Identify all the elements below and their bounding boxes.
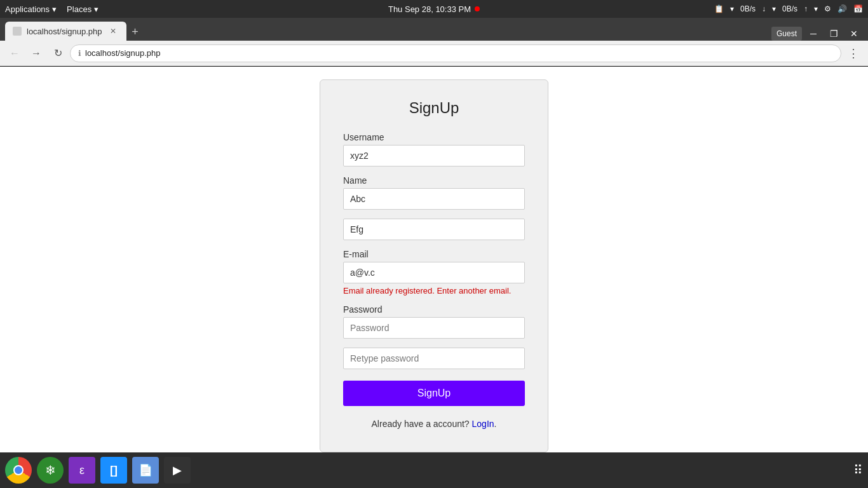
taskbar-files-icon[interactable]: 📄 [132,457,159,484]
browser-chrome: localhost/signup.php ✕ + Guest ─ ❐ ✕ ← →… [0,18,868,67]
settings-icon: ⚙ [824,4,831,13]
email-input[interactable] [343,262,525,283]
username-input[interactable] [343,145,525,166]
new-tab-button[interactable]: + [126,23,144,41]
address-text: localhost/signup.php [85,48,161,58]
net-up-chevron-icon: ▾ [814,4,818,13]
applications-label: Applications [5,4,50,14]
chevron-down-icon: ▾ [730,4,734,13]
window-controls: Guest ─ ❐ ✕ [771,27,863,41]
taskbar: ❄ ε [] 📄 ▶ ⠿ [0,452,868,488]
tab-title: localhost/signup.php [27,27,102,36]
notification-dot [475,6,480,11]
tab-bar: localhost/signup.php ✕ + Guest ─ ❐ ✕ [0,18,868,41]
app3-symbol: ε [79,464,85,477]
terminal-symbol: ▶ [173,463,182,477]
login-prompt: Already have a account? LogIn. [343,419,525,429]
applications-chevron-icon: ▾ [52,4,57,14]
app2-symbol: ❄ [45,463,56,478]
net-up-speed: 0B/s [782,4,797,13]
password-group: Password [343,304,525,339]
clipboard-icon: 📋 [714,4,724,13]
navigation-bar: ← → ↻ ℹ localhost/signup.php ⋮ [0,41,868,66]
chrome-inner-circle [13,465,24,475]
username-group: Username [343,132,525,166]
taskbar-app2-icon[interactable]: ❄ [37,457,64,484]
login-link[interactable]: LogIn [472,419,494,429]
back-button[interactable]: ← [5,44,24,63]
signup-button[interactable]: SignUp [343,381,525,406]
calendar-icon: 📅 [853,4,863,13]
active-tab[interactable]: localhost/signup.php ✕ [5,22,126,41]
net-down-speed: 0B/s [740,4,756,13]
restore-button[interactable]: ❐ [825,27,843,41]
net-down-icon: ↓ [762,4,766,13]
lock-icon: ℹ [78,49,81,58]
login-suffix: . [494,419,497,429]
net-up-icon: ↑ [804,4,808,13]
first-name-input[interactable] [343,188,525,210]
password-input[interactable] [343,317,525,339]
taskbar-apps: ❄ ε [] 📄 ▶ [5,457,191,484]
places-menu[interactable]: Places ▾ [67,4,98,14]
email-label: E-mail [343,249,525,259]
taskbar-app4-icon[interactable]: [] [100,457,127,484]
retype-password-group [343,348,525,369]
datetime-display: Thu Sep 28, 10:33 PM [388,4,471,14]
app4-symbol: [] [110,464,118,477]
last-name-input[interactable] [343,219,525,240]
username-label: Username [343,132,525,142]
retype-password-input[interactable] [343,348,525,369]
name-label: Name [343,175,525,186]
email-group: E-mail Email already registered. Enter a… [343,249,525,295]
taskbar-app3-icon[interactable]: ε [69,457,95,484]
signup-card: SignUp Username Name E-mail Email alread… [320,79,548,452]
system-bar-left: Applications ▾ Places ▾ [5,4,98,14]
tab-close-button[interactable]: ✕ [107,25,119,37]
main-content: SignUp Username Name E-mail Email alread… [0,67,868,453]
volume-icon: 🔊 [837,4,847,13]
password-label: Password [343,304,525,315]
places-chevron-icon: ▾ [94,4,98,14]
signup-title: SignUp [343,99,525,117]
name-group: Name [343,175,525,210]
tab-favicon [13,27,22,36]
reload-button[interactable]: ↻ [48,44,67,63]
already-account-text: Already have a account? [372,419,470,429]
system-bar: Applications ▾ Places ▾ Thu Sep 28, 10:3… [0,0,868,18]
guest-button[interactable]: Guest [771,27,802,41]
taskbar-chrome-icon[interactable] [5,457,32,484]
net-down-chevron-icon: ▾ [772,4,776,13]
files-symbol: 📄 [139,463,153,477]
system-bar-center: Thu Sep 28, 10:33 PM [388,4,480,14]
taskbar-terminal-icon[interactable]: ▶ [164,457,191,484]
address-bar[interactable]: ℹ localhost/signup.php [70,44,841,62]
email-error-message: Email already registered. Enter another … [343,286,525,295]
last-name-group [343,219,525,240]
browser-menu-button[interactable]: ⋮ [844,44,863,63]
close-button[interactable]: ✕ [845,27,863,41]
minimize-button[interactable]: ─ [804,27,822,41]
applications-menu[interactable]: Applications ▾ [5,4,57,14]
taskbar-grid-button[interactable]: ⠿ [853,463,863,478]
places-label: Places [67,4,92,14]
system-bar-right: 📋 ▾ 0B/s ↓ ▾ 0B/s ↑ ▾ ⚙ 🔊 📅 [714,4,863,13]
forward-button[interactable]: → [27,44,46,63]
